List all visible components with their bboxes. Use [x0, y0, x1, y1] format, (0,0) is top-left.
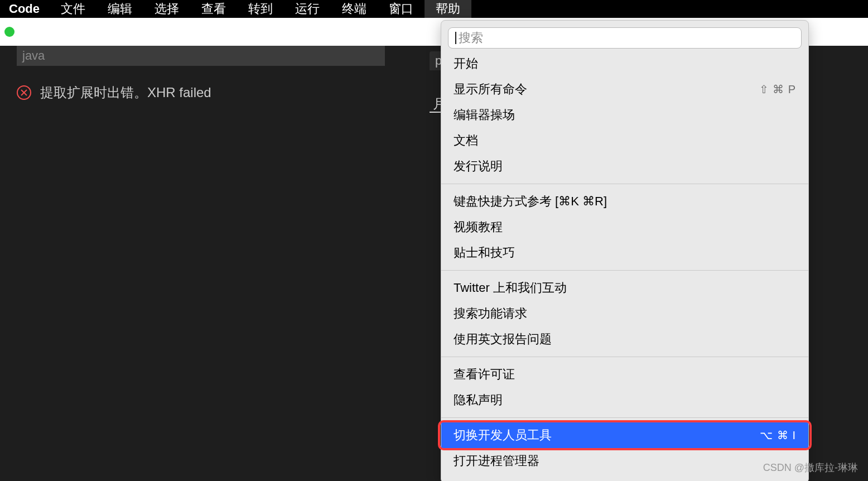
- help-menu-item-label: 搜索功能请求: [454, 305, 527, 322]
- menu-item-1[interactable]: 编辑: [97, 0, 143, 20]
- help-menu-item[interactable]: 文档: [441, 128, 808, 153]
- help-menu-item-label: 查看许可证: [454, 366, 515, 383]
- help-menu-item-label: 使用英文报告问题: [454, 331, 552, 348]
- help-menu-item-shortcut: ⇧ ⌘ P: [759, 83, 796, 96]
- extensions-search-value: java: [22, 49, 45, 63]
- help-menu-item[interactable]: 显示所有命令⇧ ⌘ P: [441, 76, 808, 102]
- menu-item-7[interactable]: 窗口: [378, 0, 425, 20]
- help-menu-item[interactable]: 发行说明: [441, 153, 808, 179]
- menu-separator: [441, 357, 808, 357]
- help-menu-item-label: 贴士和技巧: [454, 244, 515, 261]
- help-menu-item-label: 编辑器操场: [454, 107, 515, 123]
- help-menu-item-label: 显示所有命令: [454, 81, 527, 98]
- extensions-search-input[interactable]: java: [17, 46, 385, 66]
- help-menu-item[interactable]: Twitter 上和我们互动: [441, 275, 808, 301]
- help-menu-item-label: 发行说明: [454, 158, 503, 175]
- menu-item-6[interactable]: 终端: [331, 0, 378, 20]
- help-menu-item[interactable]: 键盘快捷方式参考 [⌘K ⌘R]: [441, 189, 808, 214]
- help-menu-item[interactable]: 使用英文报告问题: [441, 326, 808, 352]
- help-menu-item[interactable]: 搜索功能请求: [441, 301, 808, 326]
- help-menu-item[interactable]: 视频教程: [441, 214, 808, 240]
- help-menu-item-label: 隐私声明: [454, 392, 503, 408]
- menu-separator: [441, 270, 808, 271]
- help-menu-item[interactable]: 贴士和技巧: [441, 240, 808, 266]
- help-menu-item[interactable]: 切换开发人员工具⌥ ⌘ I: [441, 422, 808, 448]
- help-menu-item-label: Twitter 上和我们互动: [454, 280, 567, 296]
- help-menu-search-placeholder: 搜索: [459, 30, 483, 46]
- window-traffic-green[interactable]: [4, 27, 15, 37]
- menu-item-3[interactable]: 查看: [190, 0, 237, 20]
- menu-item-4[interactable]: 转到: [237, 0, 284, 20]
- menubar: Code 文件编辑选择查看转到运行终端窗口帮助: [0, 0, 868, 18]
- menu-item-5[interactable]: 运行: [284, 0, 331, 20]
- help-menu-item-label: 切换开发人员工具: [454, 427, 552, 444]
- error-icon: [17, 85, 31, 100]
- error-message-text: 提取扩展时出错。XHR failed: [40, 84, 211, 102]
- help-menu-item-label: 开始: [454, 55, 478, 72]
- app-brand: Code: [3, 0, 50, 18]
- menu-item-0[interactable]: 文件: [50, 0, 97, 20]
- help-menu-item-label: 键盘快捷方式参考 [⌘K ⌘R]: [454, 193, 607, 210]
- help-menu-item-label: 视频教程: [454, 219, 503, 235]
- help-menu-item[interactable]: 开始: [441, 51, 808, 76]
- help-menu-item-label: 打开进程管理器: [454, 453, 539, 469]
- help-menu-item[interactable]: 查看许可证: [441, 362, 808, 387]
- help-menu-item[interactable]: 隐私声明: [441, 387, 808, 413]
- help-menu-item-shortcut: ⌥ ⌘ I: [760, 429, 796, 442]
- help-menu-dropdown: 搜索 开始显示所有命令⇧ ⌘ P编辑器操场文档发行说明键盘快捷方式参考 [⌘K …: [441, 20, 809, 481]
- help-menu-search-input[interactable]: 搜索: [448, 27, 802, 49]
- menu-item-8[interactable]: 帮助: [425, 0, 471, 20]
- menu-item-2[interactable]: 选择: [143, 0, 190, 20]
- help-menu-item[interactable]: 编辑器操场: [441, 102, 808, 128]
- help-menu-item[interactable]: 打开进程管理器: [441, 448, 808, 474]
- error-message-row: 提取扩展时出错。XHR failed: [17, 84, 211, 102]
- menu-separator: [441, 417, 808, 418]
- text-cursor: [455, 32, 456, 44]
- menu-separator: [441, 184, 808, 184]
- help-menu-item-label: 文档: [454, 132, 478, 149]
- watermark-text: CSDN @撒库拉-琳琳: [763, 461, 858, 474]
